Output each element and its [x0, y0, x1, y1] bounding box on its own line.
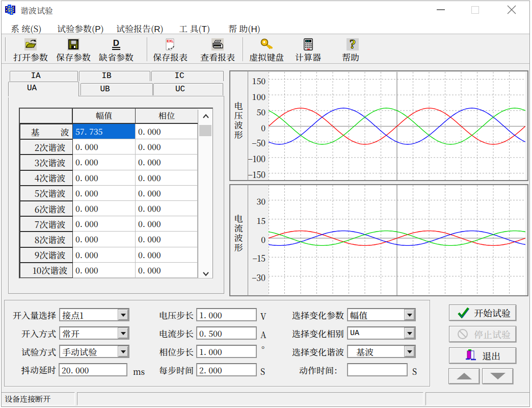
svg-text:EXL: EXL — [167, 39, 174, 43]
svg-text:?: ? — [350, 38, 356, 50]
svg-text:D: D — [113, 38, 119, 48]
